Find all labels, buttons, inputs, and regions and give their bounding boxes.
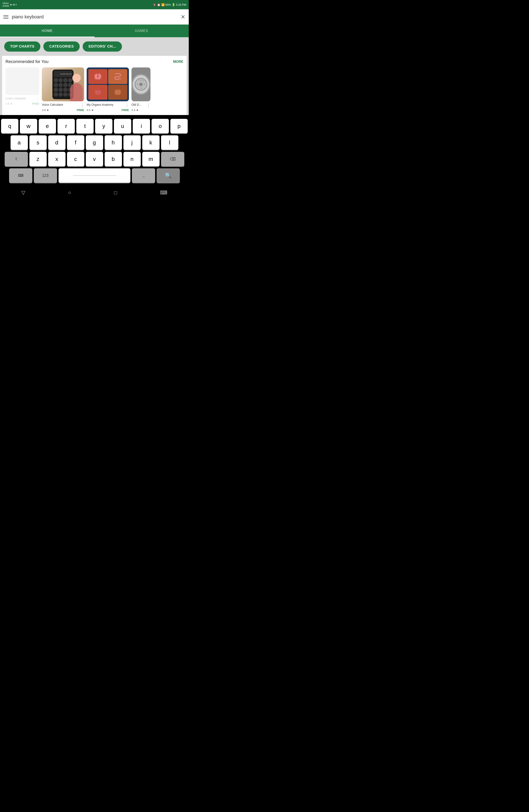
key-p[interactable]: p xyxy=(170,119,188,133)
app-rating-row: 4.5 ★ FREE xyxy=(87,108,129,112)
key-b[interactable]: b xyxy=(105,152,122,166)
lung-cell xyxy=(88,69,107,84)
app-price: FREE xyxy=(121,108,129,112)
heart-icon: ♥ xyxy=(10,3,12,6)
signal-icon: 📶 xyxy=(161,3,165,6)
key-k[interactable]: k xyxy=(142,135,160,150)
key-y[interactable]: y xyxy=(95,119,113,133)
app-icon-organs-anatomy xyxy=(87,68,129,101)
numbers-key[interactable]: 123 xyxy=(34,168,57,183)
key-n[interactable]: n xyxy=(123,152,141,166)
status-right: 🔇 ⏰ 📶 65% 🔋 5:20 PM xyxy=(153,3,186,6)
menu-button[interactable] xyxy=(3,15,9,19)
calc-buttons xyxy=(54,78,72,97)
key-l[interactable]: l xyxy=(161,135,178,150)
key-i[interactable]: i xyxy=(133,119,150,133)
key-g[interactable]: g xyxy=(86,135,103,150)
tab-home-label: HOME xyxy=(42,29,53,33)
search-key[interactable]: 🔍 xyxy=(157,168,180,183)
content-area: TOP CHARTS CATEGORIES EDITORS' CH... Rec… xyxy=(0,37,189,115)
key-d[interactable]: d xyxy=(48,135,65,150)
more-button[interactable]: MORE xyxy=(173,60,183,64)
app-card-old-dialer[interactable]: 6 3 0 9 7 Old D... ⋮ 4.3 ★ xyxy=(131,68,150,112)
app-name: Voice Calculator xyxy=(42,103,80,106)
home-button[interactable]: ○ xyxy=(68,190,71,195)
app-cards: Learn computer ⋮ 4.6 ★ FREE 123+380=460+… xyxy=(5,68,183,112)
app-icon-voice-calculator: 123+380=460+1025 xyxy=(42,68,84,101)
kidney-cell xyxy=(108,85,127,100)
key-t[interactable]: t xyxy=(76,119,94,133)
app-icon-old-dialer: 6 3 0 9 7 xyxy=(131,68,150,101)
shift-icon: ⇧ xyxy=(15,157,18,161)
app-options-button[interactable]: ⋮ xyxy=(125,103,129,107)
clear-search-button[interactable]: ✕ xyxy=(181,14,185,20)
app-options-button[interactable]: ⋮ xyxy=(35,97,39,101)
mute-icon: 🔇 xyxy=(153,3,156,6)
app-info: Old D... ⋮ xyxy=(131,103,150,107)
back-button[interactable]: ▽ xyxy=(21,190,25,195)
app-options-button[interactable]: ⋮ xyxy=(147,103,150,107)
app-card-organs-anatomy[interactable]: My Organs Anatomy ⋮ 4.5 ★ FREE xyxy=(87,68,129,112)
key-z[interactable]: z xyxy=(29,152,47,166)
chip-categories[interactable]: CATEGORIES xyxy=(43,41,80,52)
key-h[interactable]: h xyxy=(105,135,122,150)
space-key[interactable] xyxy=(59,168,130,183)
alarm-icon: ⏰ xyxy=(157,3,160,6)
app-rating: 4.6 ★ xyxy=(5,102,13,105)
keyboard-toggle-icon: ⌨ xyxy=(18,173,24,178)
app-rating-row: 4.3 ★ xyxy=(131,108,150,112)
brain-cell xyxy=(88,85,107,100)
shift-key[interactable]: ⇧ xyxy=(5,152,28,166)
svg-point-8 xyxy=(139,83,143,86)
key-q[interactable]: q xyxy=(1,119,18,133)
app-rating: 4.5 ★ xyxy=(87,108,94,112)
app-options-button[interactable]: ⋮ xyxy=(80,103,84,107)
key-a[interactable]: a xyxy=(11,135,28,150)
chip-editors-choice[interactable]: EDITORS' CH... xyxy=(83,41,122,52)
app-card-learn-computer[interactable]: Learn computer ⋮ 4.6 ★ FREE xyxy=(5,68,39,112)
app-name: Old D... xyxy=(131,103,147,106)
facebook-icon: f xyxy=(16,3,17,6)
punctuation-key[interactable]: ., xyxy=(132,168,155,183)
key-j[interactable]: j xyxy=(123,135,141,150)
carrier2-text: ZONG xyxy=(2,5,9,8)
app-name: Learn computer xyxy=(5,97,35,100)
key-s[interactable]: s xyxy=(29,135,47,150)
key-u[interactable]: u xyxy=(114,119,131,133)
app-card-voice-calculator[interactable]: 123+380=460+1025 xyxy=(42,68,84,112)
search-input[interactable] xyxy=(12,14,177,20)
svg-text:7: 7 xyxy=(143,80,144,82)
time-text: 5:20 PM xyxy=(176,3,186,6)
key-f[interactable]: f xyxy=(67,135,84,150)
app-rating: 4.3 ★ xyxy=(131,108,138,112)
svg-rect-2 xyxy=(98,74,98,78)
gmail-icon: ✉ xyxy=(13,3,15,6)
tab-games[interactable]: GAMES xyxy=(94,25,189,37)
key-w[interactable]: w xyxy=(20,119,37,133)
key-x[interactable]: x xyxy=(48,152,65,166)
chip-top-charts[interactable]: TOP CHARTS xyxy=(4,41,40,52)
space-bar-line xyxy=(73,175,116,176)
hamburger-line xyxy=(3,17,9,17)
app-info: My Organs Anatomy ⋮ xyxy=(87,103,129,107)
tab-games-label: GAMES xyxy=(135,29,148,33)
keyboard-toggle-key[interactable]: ⌨ xyxy=(9,168,32,183)
section-header: Recommended for You MORE xyxy=(5,59,183,64)
key-o[interactable]: o xyxy=(151,119,169,133)
recent-apps-button[interactable]: □ xyxy=(114,190,117,195)
key-m[interactable]: m xyxy=(142,152,160,166)
section-title: Recommended for You xyxy=(5,59,48,64)
key-c[interactable]: c xyxy=(67,152,84,166)
delete-key[interactable]: ⌫ xyxy=(161,152,184,166)
keyboard-hide-button[interactable]: ⌨ xyxy=(160,190,167,195)
app-rating-row: 4.6 ★ FREE xyxy=(5,102,39,105)
app-rating-row: 3.9 ★ FREE xyxy=(42,108,84,112)
carrier1-text: Ufone xyxy=(2,2,9,5)
key-v[interactable]: v xyxy=(86,152,103,166)
search-bar: ✕ xyxy=(0,9,189,25)
key-e[interactable]: e xyxy=(39,119,56,133)
key-r[interactable]: r xyxy=(58,119,75,133)
tab-home[interactable]: HOME xyxy=(0,25,94,37)
dial: 6 3 0 9 7 xyxy=(131,74,150,95)
recommended-section: Recommended for You MORE Learn computer … xyxy=(2,56,187,115)
